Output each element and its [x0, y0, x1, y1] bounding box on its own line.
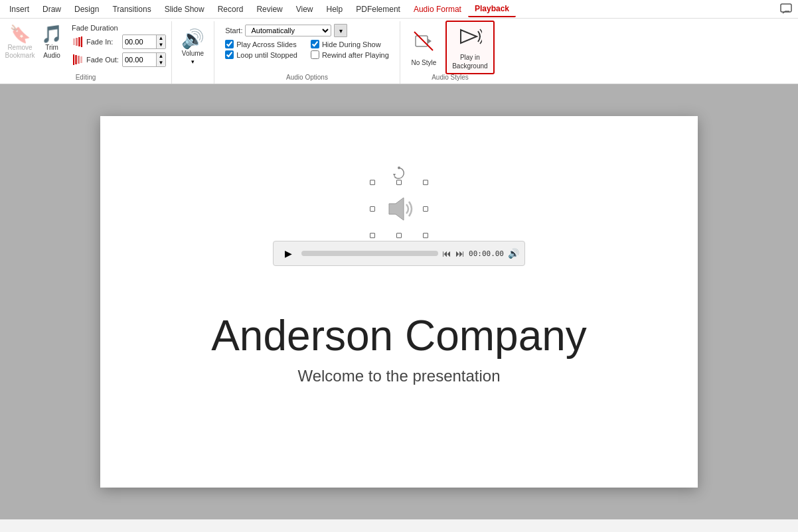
start-dropdown-arrow[interactable]: ▾	[334, 24, 347, 37]
menu-insert[interactable]: Insert	[3, 2, 36, 17]
play-background-label: Play in Background	[452, 53, 487, 70]
slide: ▶ ⏮ ⏭ 00:00.00 🔊 Anderson Company Welcom…	[100, 116, 698, 488]
selection-handles	[372, 182, 426, 235]
slide-subtitle: Welcome to the presentation	[211, 367, 587, 385]
menu-help[interactable]: Help	[320, 2, 350, 17]
fade-duration-section: Fade Duration Fade In:	[72, 24, 166, 67]
editing-group-label: Editing	[0, 74, 171, 81]
fade-out-label: Fade Out:	[86, 56, 120, 64]
volume-button[interactable]: 🔊 Volume ▾	[177, 29, 208, 66]
menu-slideshow[interactable]: Slide Show	[158, 2, 211, 17]
slide-title: Anderson Company	[211, 311, 587, 360]
play-across-slides-input[interactable]	[225, 40, 234, 48]
skip-forward-button[interactable]: ⏭	[455, 248, 465, 259]
fade-in-icon	[72, 36, 84, 48]
handle-top-left[interactable]	[370, 180, 375, 185]
svg-rect-3	[78, 37, 80, 46]
handle-top-right[interactable]	[423, 180, 428, 185]
volume-control-icon[interactable]: 🔊	[508, 248, 519, 259]
audio-object[interactable]: ▶ ⏮ ⏭ 00:00.00 🔊	[273, 182, 525, 266]
svg-point-11	[398, 166, 400, 169]
slide-area: ▶ ⏮ ⏭ 00:00.00 🔊 Anderson Company Welcom…	[0, 84, 798, 519]
audio-styles-group-label: Audio Styles	[400, 74, 500, 81]
svg-rect-6	[75, 55, 77, 64]
handle-bottom-left[interactable]	[370, 233, 375, 238]
fade-out-input[interactable]	[123, 55, 156, 64]
fade-in-up[interactable]: ▲	[156, 35, 165, 42]
volume-group: 🔊 Volume ▾	[172, 21, 214, 84]
fade-in-row: Fade In: ▲ ▼	[72, 34, 166, 49]
svg-rect-8	[80, 56, 82, 63]
svg-rect-5	[73, 54, 74, 65]
no-style-button[interactable]: No Style	[406, 25, 441, 69]
svg-rect-0	[781, 4, 791, 12]
fade-out-icon	[72, 54, 84, 66]
volume-icon: 🔊	[181, 30, 204, 48]
loop-until-stopped-checkbox[interactable]: Loop until Stopped	[225, 50, 297, 59]
no-style-label: No Style	[411, 59, 436, 66]
play-background-button[interactable]: Play in Background	[445, 21, 494, 74]
volume-label: Volume	[182, 50, 204, 57]
menu-pdfelement[interactable]: PDFelement	[349, 2, 407, 17]
menu-view[interactable]: View	[289, 2, 320, 17]
fade-out-row: Fade Out: ▲ ▼	[72, 52, 166, 67]
fade-in-input[interactable]	[123, 37, 156, 46]
play-button[interactable]: ▶	[279, 244, 297, 263]
menu-record[interactable]: Record	[211, 2, 250, 17]
volume-dropdown-arrow: ▾	[191, 58, 195, 65]
svg-rect-1	[73, 38, 75, 45]
fade-in-label: Fade In:	[86, 38, 120, 46]
bookmark-icon: 🔖	[9, 25, 31, 42]
chat-icon[interactable]	[777, 0, 795, 19]
start-row: Start: Automatically When Clicked On In …	[225, 24, 347, 37]
menu-audio-format[interactable]: Audio Format	[407, 2, 468, 17]
skip-back-button[interactable]: ⏮	[442, 248, 451, 259]
fade-in-down[interactable]: ▼	[156, 42, 165, 48]
audio-icon-container[interactable]	[372, 182, 426, 235]
start-select[interactable]: Automatically When Clicked On In Click S…	[245, 25, 331, 36]
handle-middle-left[interactable]	[370, 206, 375, 212]
editing-group: 🔖 RemoveBookmark 🎵 TrimAudio Fade Durati…	[0, 21, 172, 84]
play-across-slides-checkbox[interactable]: Play Across Slides	[225, 40, 297, 48]
trim-icon: 🎵	[41, 25, 62, 42]
fade-out-up[interactable]: ▲	[156, 53, 165, 60]
fade-in-input-wrap: ▲ ▼	[122, 34, 166, 49]
menu-bar: Insert Draw Design Transitions Slide Sho…	[0, 0, 798, 19]
no-style-icon	[413, 31, 434, 55]
audio-options-group: Start: Automatically When Clicked On In …	[214, 21, 400, 84]
menu-transitions[interactable]: Transitions	[106, 2, 157, 17]
svg-rect-2	[76, 38, 78, 46]
svg-rect-4	[81, 36, 82, 47]
menu-review[interactable]: Review	[250, 2, 289, 17]
media-controls: ▶ ⏮ ⏭ 00:00.00 🔊	[273, 241, 525, 266]
fade-out-down[interactable]: ▼	[156, 60, 165, 66]
start-label: Start:	[225, 27, 242, 34]
progress-bar[interactable]	[301, 251, 438, 256]
handle-top-center[interactable]	[396, 180, 402, 185]
svg-rect-7	[78, 56, 80, 64]
handle-bottom-center[interactable]	[396, 233, 402, 238]
menu-design[interactable]: Design	[68, 2, 106, 17]
audio-styles-group: No Style Play in Background	[400, 21, 500, 84]
loop-until-stopped-input[interactable]	[225, 50, 234, 59]
handle-bottom-right[interactable]	[423, 233, 428, 238]
handle-middle-right[interactable]	[423, 206, 428, 212]
trim-audio-button[interactable]: 🎵 TrimAudio	[37, 24, 66, 61]
menu-playback[interactable]: Playback	[468, 1, 516, 17]
fade-duration-title: Fade Duration	[72, 24, 166, 32]
hide-during-show-input[interactable]	[311, 40, 319, 48]
remove-bookmark-button[interactable]: 🔖 RemoveBookmark	[5, 24, 35, 61]
fade-out-spinner: ▲ ▼	[156, 53, 165, 66]
audio-options-group-label: Audio Options	[214, 74, 400, 81]
rewind-after-playing-checkbox[interactable]: Rewind after Playing	[311, 50, 389, 59]
rewind-after-playing-input[interactable]	[311, 50, 319, 59]
fade-out-input-wrap: ▲ ▼	[122, 52, 166, 67]
menu-draw[interactable]: Draw	[36, 2, 68, 17]
ribbon: 🔖 RemoveBookmark 🎵 TrimAudio Fade Durati…	[0, 19, 798, 84]
play-background-icon	[458, 26, 482, 50]
fade-in-spinner: ▲ ▼	[156, 35, 165, 48]
hide-during-show-checkbox[interactable]: Hide During Show	[311, 40, 389, 48]
time-display: 00:00.00	[469, 249, 504, 258]
svg-rect-9	[416, 36, 428, 46]
